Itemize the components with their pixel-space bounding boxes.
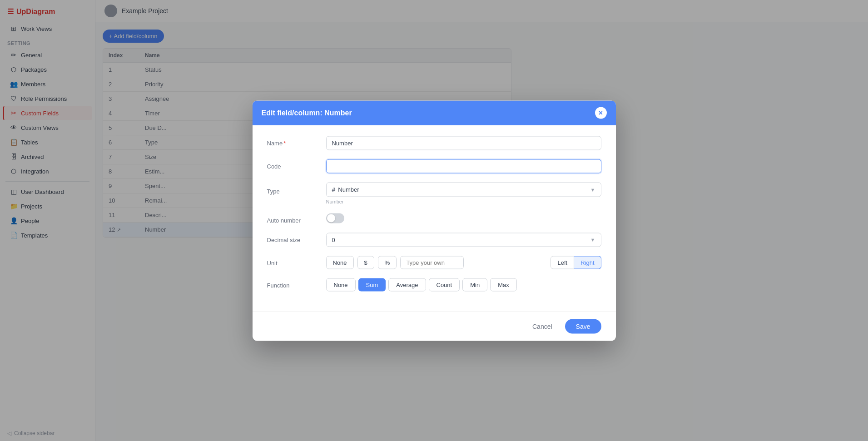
unit-left-button[interactable]: Left (551, 256, 574, 269)
func-min-button[interactable]: Min (462, 278, 487, 291)
modal-header: Edit field/column: Number × (253, 100, 616, 125)
cancel-button[interactable]: Cancel (525, 319, 560, 333)
toggle-thumb (327, 214, 335, 222)
type-dropdown-icon: ▼ (590, 187, 595, 192)
decimal-size-row: Decimal size 0 ▼ (267, 233, 601, 247)
type-value: Number (338, 186, 359, 193)
type-hint: Number (326, 198, 601, 204)
func-average-button[interactable]: Average (388, 278, 426, 291)
decimal-value: 0 (332, 236, 335, 243)
function-label: Function (267, 278, 326, 288)
func-sum-button[interactable]: Sum (358, 278, 386, 291)
save-button[interactable]: Save (565, 319, 601, 333)
hash-icon: # (332, 186, 336, 193)
edit-field-modal: Edit field/column: Number × Name* Code T… (253, 100, 616, 341)
func-max-button[interactable]: Max (490, 278, 517, 291)
unit-options: None $ % Left Right (326, 256, 601, 269)
function-options: None Sum Average Count Min Max (326, 278, 601, 291)
auto-number-toggle[interactable] (326, 213, 344, 223)
modal-close-button[interactable]: × (595, 107, 607, 119)
decimal-label: Decimal size (267, 233, 326, 243)
auto-number-label: Auto number (267, 213, 326, 223)
function-row: Function None Sum Average Count Min Max (267, 278, 601, 291)
modal-footer: Cancel Save (253, 311, 616, 341)
unit-right-button[interactable]: Right (574, 256, 601, 269)
name-input[interactable] (326, 136, 601, 150)
unit-dollar-button[interactable]: $ (357, 256, 374, 269)
unit-position-group: Left Right (551, 256, 601, 269)
code-input[interactable] (326, 159, 601, 173)
code-label: Code (267, 159, 326, 169)
type-select[interactable]: # Number ▼ (326, 182, 601, 197)
modal-body: Name* Code Type # Number ▼ Number (253, 125, 616, 311)
unit-custom-input[interactable] (400, 256, 464, 269)
name-field-row: Name* (267, 136, 601, 150)
unit-row: Unit None $ % Left Right (267, 256, 601, 269)
unit-label: Unit (267, 256, 326, 266)
type-field-row: Type # Number ▼ Number (267, 182, 601, 204)
type-label: Type (267, 184, 326, 195)
func-count-button[interactable]: Count (429, 278, 460, 291)
auto-number-row: Auto number (267, 213, 601, 223)
name-label: Name* (267, 136, 326, 146)
modal-title: Edit field/column: Number (262, 109, 352, 117)
decimal-dropdown-icon: ▼ (590, 237, 595, 243)
decimal-select[interactable]: 0 ▼ (326, 233, 601, 247)
code-field-row: Code (267, 159, 601, 173)
unit-none-button[interactable]: None (326, 256, 354, 269)
func-none-button[interactable]: None (326, 278, 356, 291)
unit-percent-button[interactable]: % (378, 256, 397, 269)
